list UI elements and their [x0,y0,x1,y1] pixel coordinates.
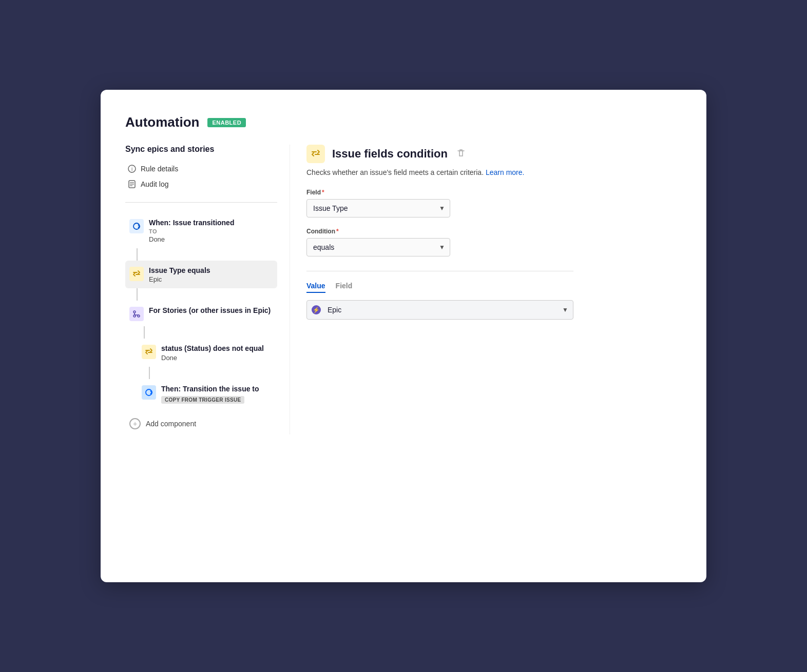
right-panel: Issue fields condition Checks whether an… [290,145,682,434]
condition2-icon [142,345,156,359]
flow-list: When: Issue transitioned TO Done [125,213,277,434]
tab-field[interactable]: Field [336,282,353,293]
branch-icon [129,307,144,321]
delete-icon[interactable] [457,149,465,159]
panel-divider [306,271,573,271]
enabled-badge: ENABLED [207,118,246,127]
panel-description: Checks whether an issue's field meets a … [306,168,682,176]
condition-form-group: Condition * equals not equals contains g… [306,228,682,256]
flow-item-condition1: Issue Type equals Epic [125,261,277,301]
epic-icon: ⚡ [312,305,321,314]
flow-item-branch-content[interactable]: For Stories (or other issues in Epic) [125,301,277,326]
condition1-icon [129,267,144,281]
field-select-wrapper: Issue Type Summary Description Priority … [306,199,450,218]
value-select-chevron-icon: ▼ [562,306,568,313]
tab-value[interactable]: Value [306,282,325,293]
condition-select-wrapper: equals not equals contains greater than … [306,238,450,256]
flow-item-action-content[interactable]: Then: Transition the issue to COPY FROM … [138,379,277,409]
add-component-button[interactable]: + Add component [125,413,277,434]
page-title: Automation [125,114,199,130]
action-label: Then: Transition the issue to [161,384,273,394]
sidebar-nav-audit-log[interactable]: Audit log [125,176,277,192]
flow-item-condition2: status (Status) does not equal Done [125,339,277,379]
value-select-text: Epic [328,306,341,314]
flow-item-trigger-content[interactable]: When: Issue transitioned TO Done [125,213,277,248]
sidebar-nav: i Rule details Audit log [125,161,277,192]
field-label: Field * [306,189,682,196]
connector-4 [149,367,150,379]
sidebar-divider [125,202,277,203]
trigger-sub: TO [149,228,273,234]
flow-item-action: Then: Transition the issue to COPY FROM … [125,379,277,409]
condition2-label: status (Status) does not equal [161,344,273,354]
connector-1 [137,248,138,261]
condition2-value: Done [161,354,273,362]
page-header: Automation ENABLED [125,114,682,130]
sidebar-title: Sync epics and stories [125,145,277,154]
condition-label: Condition * [306,228,682,235]
condition-select[interactable]: equals not equals contains greater than … [306,238,450,256]
condition1-label: Issue Type equals [149,266,273,276]
info-circle-icon: i [127,164,137,173]
flow-item-condition1-content[interactable]: Issue Type equals Epic [125,261,277,289]
condition-required-star: * [336,228,339,235]
trigger-text: When: Issue transitioned TO Done [149,218,273,243]
field-select[interactable]: Issue Type Summary Description Priority … [306,199,450,218]
value-select-box[interactable]: ⚡ Epic [306,300,573,320]
connector-2 [137,288,138,301]
action-icon [142,385,156,400]
panel-title: Issue fields condition [332,147,448,161]
field-required-star: * [322,189,324,196]
flow-item-trigger: When: Issue transitioned TO Done [125,213,277,261]
app-container: Automation ENABLED Sync epics and storie… [101,90,706,582]
add-component-label: Add component [146,420,196,428]
panel-icon [306,145,325,163]
main-layout: Sync epics and stories i Rule details [125,145,682,434]
field-form-group: Field * Issue Type Summary Description P… [306,189,682,218]
copy-badge: COPY FROM TRIGGER ISSUE [161,396,244,404]
sidebar-nav-rule-details[interactable]: i Rule details [125,161,277,176]
trigger-label: When: Issue transitioned [149,218,273,228]
action-text: Then: Transition the issue to COPY FROM … [161,384,273,404]
panel-header: Issue fields condition [306,145,682,163]
sidebar: Sync epics and stories i Rule details [125,145,290,434]
document-icon [127,180,137,189]
trigger-icon [129,219,144,233]
condition1-text: Issue Type equals Epic [149,266,273,284]
add-circle-icon: + [129,418,141,429]
rule-details-label: Rule details [141,165,178,173]
value-field-tabs: Value Field [306,282,682,293]
condition2-text: status (Status) does not equal Done [161,344,273,362]
learn-more-link[interactable]: Learn more. [486,168,524,176]
flow-item-branch: For Stories (or other issues in Epic) [125,301,277,339]
trigger-value: Done [149,235,273,243]
branch-text: For Stories (or other issues in Epic) [149,306,273,316]
connector-3 [144,326,145,339]
value-select-wrapper: ⚡ Epic ▼ [306,300,573,320]
svg-point-6 [133,311,136,313]
branch-label: For Stories (or other issues in Epic) [149,306,273,316]
svg-text:i: i [131,166,132,172]
audit-log-label: Audit log [141,180,168,188]
flow-item-condition2-content[interactable]: status (Status) does not equal Done [138,339,277,367]
condition1-value: Epic [149,275,273,283]
